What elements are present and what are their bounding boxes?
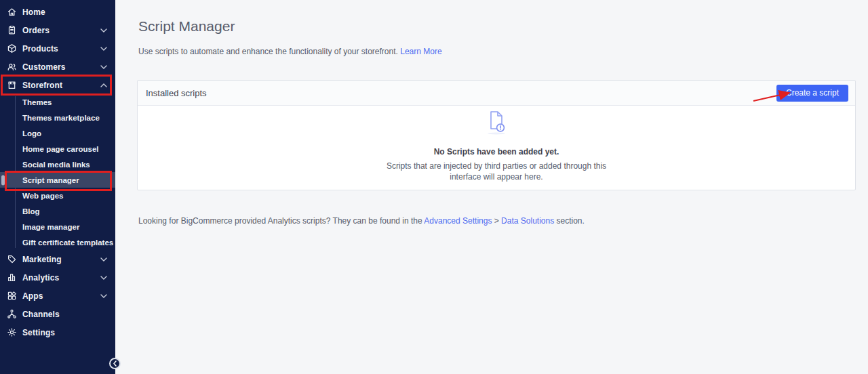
advanced-settings-link[interactable]: Advanced Settings [424,216,492,226]
sidebar-item-channels[interactable]: Channels [0,305,115,323]
note-prefix: Looking for BigCommerce provided Analyti… [138,216,424,226]
sidebar-subitem-script-manager[interactable]: Script manager [0,172,115,188]
home-icon [7,7,17,17]
script-file-icon [485,110,508,138]
page-title: Script Manager [138,18,235,35]
sidebar-item-label: Storefront [22,81,62,90]
chevron-down-icon [100,47,107,51]
orders-icon [7,25,17,35]
sidebar-item-products[interactable]: Products [0,39,115,58]
data-solutions-link[interactable]: Data Solutions [501,216,554,226]
sidebar-subitem-themes[interactable]: Themes [0,94,115,110]
empty-state-description: Scripts that are injected by third parti… [138,161,855,182]
chevron-down-icon [100,276,107,280]
create-script-button[interactable]: Create a script [776,85,848,102]
sidebar-item-label: Orders [22,26,50,35]
subitem-label: Home page carousel [22,145,98,153]
chevron-down-icon [100,294,107,298]
sidebar-item-label: Products [22,44,58,54]
subtitle-text: Use scripts to automate and enhance the … [138,47,400,56]
chevron-down-icon [100,257,107,262]
sidebar-subitem-themes-marketplace[interactable]: Themes marketplace [0,110,115,125]
sidebar-item-label: Apps [22,291,43,301]
empty-state: No Scripts have been added yet. Scripts … [138,106,855,182]
empty-state-title: No Scripts have been added yet. [138,147,855,157]
card-title: Installed scripts [146,88,207,98]
apps-icon [7,291,17,301]
analytics-scripts-note: Looking for BigCommerce provided Analyti… [138,216,585,226]
storefront-submenu: Themes Themes marketplace Logo Home page… [0,94,115,250]
chevron-down-icon [100,28,107,33]
sidebar-item-label: Marketing [22,255,62,264]
card-header: Installed scripts Create a script [138,81,855,106]
sidebar-subitem-home-page-carousel[interactable]: Home page carousel [0,141,115,157]
chevron-down-icon [100,65,107,69]
channels-icon [7,309,17,319]
sidebar-top-nav: Home Orders Products Custo [0,0,115,94]
subitem-label: Themes [22,98,52,106]
sidebar: Home Orders Products Custo [0,0,115,374]
chevron-left-icon [112,360,118,367]
storefront-icon [7,80,17,90]
empty-desc-line2: interface will appear here. [450,172,542,182]
sidebar-subitem-gift-certificate-templates[interactable]: Gift certificate templates [0,234,115,250]
note-separator: > [492,216,501,226]
sidebar-item-label: Analytics [22,273,59,283]
sidebar-item-label: Customers [22,62,66,72]
sidebar-item-apps[interactable]: Apps [0,287,115,305]
note-suffix: section. [554,216,585,226]
sidebar-collapse-button[interactable] [109,358,121,369]
sidebar-subitem-social-media-links[interactable]: Social media links [0,157,115,172]
analytics-icon [7,272,17,283]
sidebar-item-settings[interactable]: Settings [0,323,115,341]
learn-more-link[interactable]: Learn More [400,47,441,56]
sidebar-subitem-logo[interactable]: Logo [0,125,115,141]
page-subtitle: Use scripts to automate and enhance the … [138,47,442,56]
settings-icon [7,327,17,337]
subitem-label: Blog [22,207,40,215]
sidebar-subitem-image-manager[interactable]: Image manager [0,219,115,234]
marketing-icon [7,254,17,264]
sidebar-subitem-web-pages[interactable]: Web pages [0,188,115,203]
subitem-label: Script manager [22,176,79,184]
subitem-label: Gift certificate templates [22,238,113,247]
sidebar-item-home[interactable]: Home [0,3,115,21]
subitem-label: Web pages [22,192,64,200]
installed-scripts-card: Installed scripts Create a script No Scr… [137,80,856,190]
subitem-label: Image manager [22,223,79,231]
active-item-indicator [1,175,5,185]
sidebar-item-orders[interactable]: Orders [0,21,115,39]
sidebar-item-analytics[interactable]: Analytics [0,268,115,287]
sidebar-subitem-blog[interactable]: Blog [0,203,115,219]
sidebar-item-marketing[interactable]: Marketing [0,250,115,268]
sidebar-bottom-nav: Marketing Analytics Apps [0,250,115,341]
sidebar-item-label: Channels [22,310,60,319]
subitem-label: Themes marketplace [22,114,100,122]
subitem-label: Logo [22,129,41,138]
sidebar-item-customers[interactable]: Customers [0,58,115,76]
products-icon [7,43,17,54]
subitem-label: Social media links [22,161,90,169]
main-content: Script Manager Use scripts to automate a… [115,0,868,374]
app-window: Home Orders Products Custo [0,0,868,374]
customers-icon [7,62,17,72]
empty-desc-line1: Scripts that are injected by third parti… [387,161,606,171]
sidebar-item-storefront[interactable]: Storefront [0,76,115,94]
chevron-up-icon [100,83,107,87]
sidebar-item-label: Home [22,7,45,17]
sidebar-item-label: Settings [22,328,55,337]
